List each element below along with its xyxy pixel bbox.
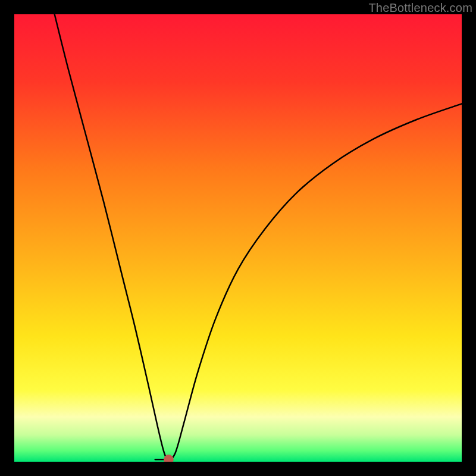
chart-frame (14, 14, 462, 462)
chart-canvas (14, 14, 462, 462)
gradient-background (14, 14, 462, 462)
watermark-text: TheBottleneck.com (368, 1, 472, 15)
